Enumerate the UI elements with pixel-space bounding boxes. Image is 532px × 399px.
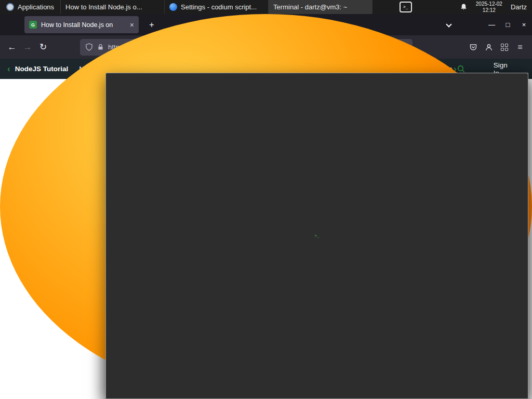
reload-button[interactable]: ↻ [35, 39, 51, 55]
back-button[interactable]: ← [4, 39, 20, 55]
tab-close-icon[interactable]: × [130, 21, 134, 29]
taskbar-window-terminal[interactable]: >_ Terminal - dartz@vm3: ~ [269, 0, 373, 14]
nav-scroll-left-icon[interactable]: ‹ [7, 64, 10, 73]
new-tab-button[interactable]: + [145, 18, 158, 32]
pocket-icon[interactable] [466, 39, 481, 55]
taskbar-window-title: Terminal - dartz@vm3: ~ [273, 3, 347, 11]
terminal-icon: >_ [105, 73, 528, 399]
applications-label: Applications [18, 3, 54, 11]
firefox-window-controls: — □ × [484, 14, 532, 35]
taskbar-window-firefox[interactable]: How to Install Node.js o... [61, 0, 165, 14]
tray-terminal-glyph: >_ [403, 5, 408, 9]
search-icon[interactable] [457, 64, 466, 73]
tracking-shield-icon[interactable] [85, 43, 93, 51]
clock[interactable]: 2025-12-02 12:12 [476, 1, 502, 14]
clock-date: 2025-12-02 [476, 1, 502, 7]
lock-icon[interactable] [97, 44, 104, 50]
applications-menu-button[interactable]: Applications [0, 0, 60, 14]
menu-hamburger-icon[interactable]: ≡ [512, 39, 528, 55]
extensions-grid-glyph [501, 44, 508, 51]
browser-tab-active[interactable]: G How to Install Node.js on × [24, 16, 139, 33]
session-user-label: Dartz [511, 3, 527, 11]
codium-icon [169, 3, 177, 11]
nav-item-tutorial[interactable]: NodeJS Tutorial [15, 65, 69, 73]
applications-icon [6, 3, 14, 11]
clock-time: 12:12 [483, 7, 496, 14]
close-button[interactable]: × [516, 14, 532, 35]
taskbar-window-title: Settings - codium script... [181, 3, 257, 11]
chevron-down-icon [446, 21, 451, 27]
tab-title: How to Install Node.js on [41, 21, 126, 29]
maximize-button[interactable]: □ [500, 14, 516, 35]
taskbar-window-codium[interactable]: Settings - codium script... [165, 0, 269, 14]
list-all-tabs-button[interactable] [442, 19, 456, 32]
notifications-bell-icon[interactable] [460, 3, 468, 11]
extensions-icon[interactable] [497, 39, 512, 55]
taskbar-window-title: How to Install Node.js o... [65, 3, 142, 11]
tray-terminal-icon[interactable]: >_ [400, 2, 412, 12]
toolbar-right-icons: ≡ [466, 39, 528, 55]
system-taskbar: Applications How to Install Node.js o...… [0, 0, 532, 14]
forward-button[interactable]: → [20, 39, 35, 55]
minimize-button[interactable]: — [484, 14, 500, 35]
account-icon[interactable] [481, 39, 497, 55]
geeksforgeeks-favicon: G [29, 21, 37, 29]
